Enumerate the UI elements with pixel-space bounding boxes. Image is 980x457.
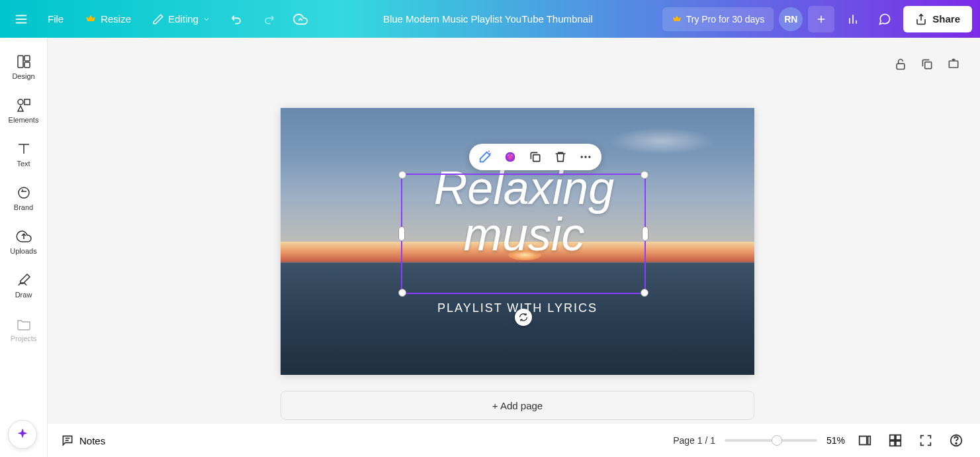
- crown-icon: [672, 14, 682, 25]
- chevron-down-icon: [202, 15, 210, 23]
- document-title[interactable]: Blue Modern Music Playlist YouTube Thumb…: [319, 13, 657, 25]
- svg-rect-9: [24, 56, 30, 61]
- svg-rect-46: [868, 436, 871, 445]
- projects-icon: [16, 316, 32, 332]
- file-menu[interactable]: File: [40, 6, 71, 32]
- brand-icon: [16, 185, 32, 201]
- add-member-button[interactable]: [808, 6, 834, 32]
- text-icon: [16, 141, 32, 157]
- svg-rect-10: [24, 62, 30, 68]
- lock-button[interactable]: [891, 55, 910, 74]
- svg-point-42: [588, 156, 590, 158]
- fullscreen-button[interactable]: [915, 430, 936, 451]
- svg-point-11: [18, 99, 23, 105]
- try-pro-button[interactable]: Try Pro for 30 days: [662, 7, 774, 31]
- sidebar-item-text[interactable]: Text: [1, 133, 46, 176]
- ai-assist-button[interactable]: [8, 420, 37, 449]
- expand-button[interactable]: [944, 55, 963, 74]
- avatar[interactable]: RN: [779, 7, 803, 31]
- analytics-button[interactable]: [840, 6, 866, 32]
- sidebar-item-uploads[interactable]: Uploads: [1, 221, 46, 263]
- page-indicator: Page 1 / 1: [673, 435, 715, 446]
- zoom-thumb[interactable]: [772, 435, 782, 446]
- sidebar-label: Uploads: [10, 247, 36, 255]
- duplicate-page-button[interactable]: [918, 55, 936, 74]
- svg-rect-50: [896, 441, 901, 446]
- bottom-bar: Notes Page 1 / 1 51%: [48, 424, 980, 457]
- canvas-area: Relaxing music PLAYLIST WITH LYRICS + Ad…: [48, 38, 980, 424]
- svg-rect-47: [890, 435, 895, 440]
- editing-mode-button[interactable]: Editing: [144, 6, 218, 32]
- page-view-button[interactable]: [854, 430, 875, 451]
- delete-button[interactable]: [551, 148, 570, 166]
- left-sidebar: Design Elements Text Brand Uploads Draw …: [0, 38, 48, 457]
- undo-button[interactable]: [224, 6, 250, 32]
- svg-rect-45: [860, 436, 867, 445]
- svg-rect-37: [949, 61, 958, 68]
- sidebar-label: Elements: [9, 116, 39, 124]
- sidebar-label: Projects: [11, 334, 37, 342]
- clouds: [596, 115, 728, 168]
- editing-label: Editing: [168, 13, 199, 25]
- magic-edit-button[interactable]: [476, 148, 494, 166]
- redo-button[interactable]: [255, 6, 282, 32]
- sidebar-label: Brand: [14, 203, 33, 211]
- cloud-sync-button[interactable]: [287, 6, 314, 32]
- draw-icon: [16, 272, 32, 288]
- copy-button[interactable]: [526, 148, 545, 166]
- pro-label: Try Pro for 30 days: [686, 14, 765, 25]
- sidebar-item-design[interactable]: Design: [1, 46, 46, 88]
- sidebar-label: Design: [12, 72, 34, 80]
- notes-icon: [61, 434, 74, 447]
- grid-view-button[interactable]: [885, 430, 906, 451]
- sidebar-item-draw[interactable]: Draw: [1, 264, 46, 307]
- elements-icon: [16, 97, 32, 113]
- svg-point-40: [581, 156, 583, 158]
- floating-toolbar: [469, 144, 601, 170]
- zoom-slider[interactable]: [725, 439, 817, 442]
- svg-point-41: [584, 156, 586, 158]
- sidebar-label: Draw: [15, 291, 32, 299]
- top-bar: File Resize Editing Blue Modern Music Pl…: [0, 0, 980, 38]
- uploads-icon: [16, 228, 32, 244]
- svg-rect-12: [24, 99, 30, 105]
- svg-rect-36: [925, 62, 932, 69]
- comment-button[interactable]: [871, 6, 898, 32]
- resize-label: Resize: [101, 13, 131, 25]
- svg-rect-35: [897, 64, 905, 69]
- crown-icon: [85, 13, 97, 25]
- svg-rect-48: [896, 435, 901, 440]
- more-button[interactable]: [576, 148, 595, 166]
- canvas-top-tools: [891, 55, 963, 74]
- add-page-button[interactable]: + Add page: [281, 391, 754, 420]
- svg-point-38: [506, 152, 515, 162]
- notes-label: Notes: [79, 435, 105, 446]
- sidebar-label: Text: [17, 160, 30, 168]
- zoom-value[interactable]: 51%: [826, 435, 845, 446]
- sparkle-icon: [15, 427, 30, 442]
- svg-rect-49: [890, 441, 895, 446]
- svg-point-52: [956, 443, 957, 444]
- sun: [508, 250, 541, 260]
- pencil-icon: [152, 13, 164, 25]
- notes-button[interactable]: Notes: [61, 434, 105, 447]
- svg-rect-8: [18, 56, 23, 68]
- rotate-handle[interactable]: [515, 309, 532, 326]
- sidebar-item-elements[interactable]: Elements: [1, 89, 46, 132]
- hamburger-button[interactable]: [8, 6, 34, 32]
- sidebar-item-projects[interactable]: Projects: [1, 308, 46, 350]
- svg-rect-39: [533, 155, 540, 162]
- design-icon: [16, 54, 32, 70]
- share-label: Share: [932, 13, 960, 25]
- sidebar-item-brand[interactable]: Brand: [1, 177, 46, 219]
- help-button[interactable]: [946, 430, 967, 451]
- upload-icon: [915, 13, 927, 25]
- share-button[interactable]: Share: [903, 6, 972, 32]
- magic-recolor-button[interactable]: [501, 148, 519, 166]
- resize-button[interactable]: Resize: [77, 6, 139, 32]
